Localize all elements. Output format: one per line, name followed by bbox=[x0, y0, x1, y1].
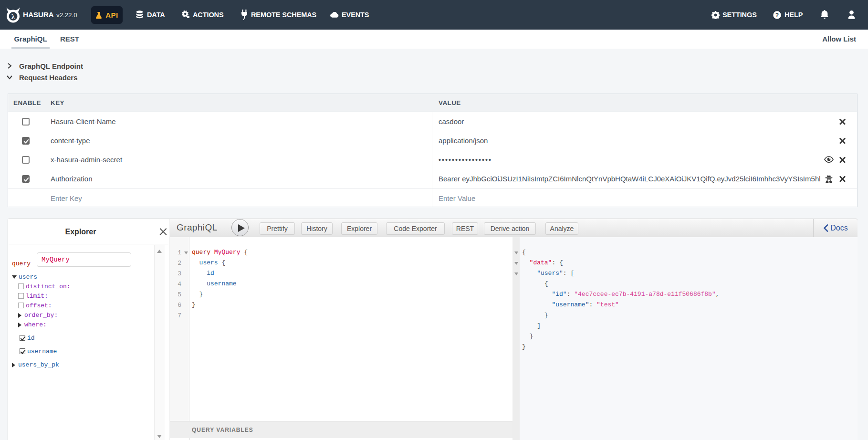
svg-text:λ: λ bbox=[11, 13, 15, 21]
svg-text:?: ? bbox=[775, 12, 779, 19]
